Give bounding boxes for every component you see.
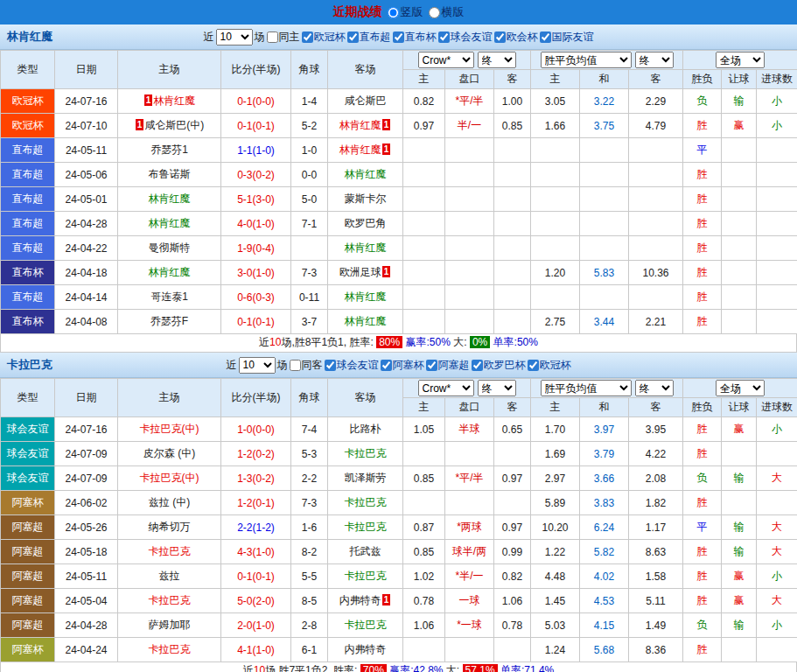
score[interactable]: 2-2(1-2) xyxy=(237,522,275,534)
horizontal-layout-radio[interactable] xyxy=(429,7,440,18)
competition-filter[interactable]: 直布超 xyxy=(347,30,391,45)
score[interactable]: 1-2(0-2) xyxy=(237,448,275,460)
vertical-layout-radio[interactable] xyxy=(388,7,399,18)
competition-filter[interactable]: 球会友谊 xyxy=(325,358,379,373)
scope-select[interactable]: 全场 xyxy=(716,380,765,396)
score[interactable]: 3-0(1-0) xyxy=(237,267,275,279)
team-name[interactable]: 曼彻斯特 xyxy=(149,242,191,254)
team-name[interactable]: 卡拉巴克(中) xyxy=(140,472,199,484)
team-name[interactable]: 林肯红魔 xyxy=(149,266,191,278)
avg-select[interactable]: 胜平负均值 xyxy=(541,380,632,396)
avg-time-select[interactable]: 终 xyxy=(635,380,674,396)
competition-checkbox[interactable] xyxy=(528,360,539,371)
team-name[interactable]: 兹拉 xyxy=(159,570,180,582)
same-venue-filter[interactable]: 同客 xyxy=(290,358,323,373)
team-name[interactable]: 卡拉巴克 xyxy=(345,570,387,582)
competition-checkbox[interactable] xyxy=(393,32,404,43)
score[interactable]: 2-0(1-0) xyxy=(237,620,275,632)
odds-time-select[interactable]: 终 xyxy=(478,52,516,68)
team-name[interactable]: 萨姆加耶 xyxy=(149,619,191,631)
layout-option-vertical[interactable]: 竖版 xyxy=(388,4,423,20)
score[interactable]: 1-9(0-4) xyxy=(237,242,275,255)
competition-checkbox[interactable] xyxy=(494,32,506,43)
team-name[interactable]: 托武兹 xyxy=(350,545,381,557)
team-name[interactable]: 林肯红魔 xyxy=(345,168,387,180)
avg-time-select[interactable]: 终 xyxy=(635,52,674,68)
team-name[interactable]: 蒙斯卡尔 xyxy=(345,192,387,205)
team-name[interactable]: 兹拉 (中) xyxy=(149,496,190,508)
team-name[interactable]: 凯泽斯劳 xyxy=(345,472,387,484)
score[interactable]: 4-0(1-0) xyxy=(237,218,275,230)
team-name[interactable]: 卡拉巴克 xyxy=(345,521,387,533)
competition-filter[interactable]: 阿塞超 xyxy=(426,358,470,373)
bookmaker-select[interactable]: Crow* xyxy=(418,380,474,396)
score[interactable]: 1-3(0-2) xyxy=(237,472,275,485)
avg-select[interactable]: 胜平负均值 xyxy=(541,52,632,68)
team-name[interactable]: 卡拉巴克 xyxy=(345,447,387,459)
competition-filter[interactable]: 欧冠杯 xyxy=(528,358,571,373)
score[interactable]: 0-6(0-3) xyxy=(237,291,275,304)
team-name[interactable]: 林肯红魔 xyxy=(153,94,195,107)
competition-checkbox[interactable] xyxy=(472,360,483,371)
team-name[interactable]: 哥连泰1 xyxy=(150,290,188,303)
competition-filter[interactable]: 欧会杯 xyxy=(494,30,538,45)
score[interactable]: 0-1(0-1) xyxy=(237,570,275,583)
team-name[interactable]: 卡拉巴克 xyxy=(345,496,387,508)
score[interactable]: 0-1(0-1) xyxy=(237,120,275,132)
score[interactable]: 1-0(0-0) xyxy=(237,424,275,436)
team-name[interactable]: 内弗特奇 xyxy=(339,594,381,606)
team-name[interactable]: 咸仑斯巴 xyxy=(345,94,387,107)
team-name[interactable]: 林肯红魔 xyxy=(345,290,387,303)
team-name[interactable]: 布鲁诺斯 xyxy=(149,168,191,180)
team-name[interactable]: 欧罗巴角 xyxy=(345,217,387,229)
score[interactable]: 0-3(0-2) xyxy=(237,169,275,181)
team-name[interactable]: 卡拉巴克 xyxy=(149,594,191,606)
same-venue-filter[interactable]: 同主 xyxy=(267,30,300,45)
score[interactable]: 4-1(1-0) xyxy=(237,644,275,656)
team-name[interactable]: 林肯红魔 xyxy=(339,119,381,131)
score[interactable]: 0-1(0-0) xyxy=(237,95,275,108)
competition-filter[interactable]: 国际友谊 xyxy=(540,30,594,45)
competition-filter[interactable]: 球会友谊 xyxy=(438,30,493,45)
same-venue-checkbox[interactable] xyxy=(290,360,301,371)
competition-checkbox[interactable] xyxy=(381,360,392,371)
competition-filter[interactable]: 欧罗巴杯 xyxy=(472,358,526,373)
team-name[interactable]: 卡拉巴克 xyxy=(345,619,387,631)
recent-count-select[interactable]: 10 xyxy=(239,357,276,374)
team-name[interactable]: 乔瑟芬F xyxy=(150,315,188,327)
competition-checkbox[interactable] xyxy=(540,32,551,43)
bookmaker-select[interactable]: Crow* xyxy=(418,52,474,68)
team-name[interactable]: 欧洲足球 xyxy=(339,266,381,278)
scope-select[interactable]: 全场 xyxy=(716,52,765,68)
team-name[interactable]: 林肯红魔 xyxy=(345,315,387,327)
team-name[interactable]: 卡拉巴克 xyxy=(149,545,191,557)
team-name[interactable]: 卡拉巴克 xyxy=(149,643,191,655)
score[interactable]: 5-1(3-0) xyxy=(237,193,275,206)
competition-checkbox[interactable] xyxy=(426,360,437,371)
team-name[interactable]: 咸仑斯巴(中) xyxy=(144,119,204,131)
competition-filter[interactable]: 直布杯 xyxy=(393,30,437,45)
recent-count-select[interactable]: 10 xyxy=(216,29,253,46)
team-name[interactable]: 皮尔森 (中) xyxy=(143,447,195,459)
team-name[interactable]: 卡拉巴克(中) xyxy=(140,423,199,435)
team-name[interactable]: 内弗特奇 xyxy=(345,643,387,655)
team-name[interactable]: 乔瑟芬1 xyxy=(150,144,188,156)
team-name[interactable]: 比路朴 xyxy=(350,423,381,435)
team-name[interactable]: 林肯红魔 xyxy=(345,242,387,254)
competition-filter[interactable]: 欧冠杯 xyxy=(302,30,346,45)
team-name[interactable]: 林肯红魔 xyxy=(339,144,381,156)
score[interactable]: 1-1(1-0) xyxy=(237,144,275,157)
competition-checkbox[interactable] xyxy=(325,360,336,371)
competition-checkbox[interactable] xyxy=(302,32,313,43)
team-name[interactable]: 纳希切万 xyxy=(149,521,191,533)
score[interactable]: 5-0(2-0) xyxy=(237,595,275,607)
score[interactable]: 0-1(0-1) xyxy=(237,316,275,328)
score[interactable]: 1-2(0-1) xyxy=(237,497,275,509)
competition-filter[interactable]: 阿塞杯 xyxy=(381,358,424,373)
competition-checkbox[interactable] xyxy=(438,32,450,43)
competition-checkbox[interactable] xyxy=(347,32,359,43)
same-venue-checkbox[interactable] xyxy=(267,32,278,43)
odds-time-select[interactable]: 终 xyxy=(478,380,516,396)
team-name[interactable]: 林肯红魔 xyxy=(149,217,191,229)
layout-option-horizontal[interactable]: 横版 xyxy=(429,4,465,20)
